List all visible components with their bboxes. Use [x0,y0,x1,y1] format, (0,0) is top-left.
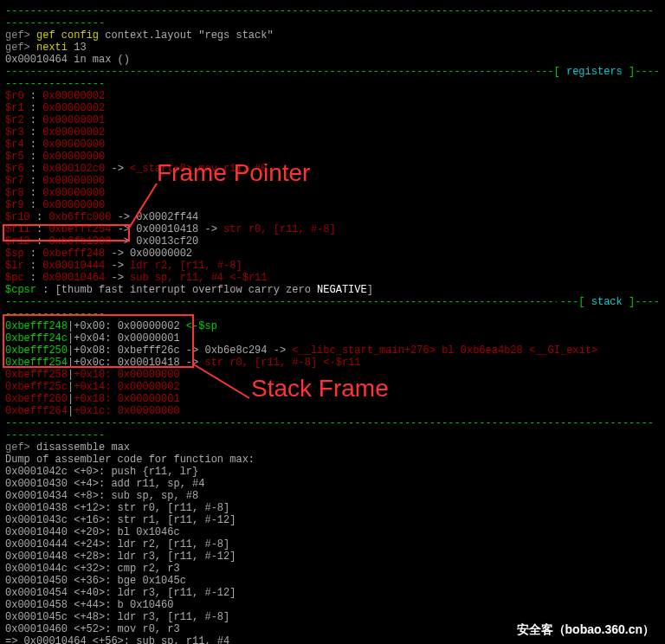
register-row: $r4 : 0x00000000 [5,138,660,151]
disasm-row: 0x0001044c <+32>: cmp r2, r3 [5,563,660,575]
disasm-row: 0x00010434 <+8>: sub sp, sp, #8 [5,490,660,502]
disasm-header: Dump of assembler code for function max: [5,454,660,466]
register-row: $r2 : 0x00000001 [5,114,660,126]
stack-row: 0xbefff254|+0x0c: 0x00010418 -> str r0, … [5,357,660,369]
disasm-row: 0x00010454 <+40>: ldr r3, [r11, #-12] [5,587,660,599]
disasm-row: 0x00010444 <+24>: ldr r2, [r11, #-8] [5,538,660,551]
separator: ----------------------------------------… [5,66,660,90]
register-row: $lr : 0x00010444 -> ldr r2, [r11, #-8] [5,260,660,272]
register-row: $sp : 0xbefff248 -> 0x00000002 [5,248,660,260]
stack-row: 0xbefff260|+0x18: 0x00000001 [5,393,660,405]
separator: ----------------------------------------… [5,417,660,441]
disasm-row: 0x0001042c <+0>: push {r11, lr} [5,466,660,478]
cmd-line[interactable]: gef> disassemble max [5,441,660,454]
stack-row: 0xbefff250|+0x08: 0xbefff26c -> 0xb6e8c2… [5,345,660,357]
stack-row: 0xbefff264|+0x1c: 0x00000000 [5,405,660,417]
disasm-row: 0x0001043c <+16>: str r1, [r11, #-12] [5,514,660,526]
register-row: $r11 : 0xbefff254 -> 0x00010418 -> str r… [5,223,660,235]
disasm-row: 0x00010458 <+44>: b 0x10460 [5,599,660,611]
disasm-row: 0x00010430 <+4>: add r11, sp, #4 [5,478,660,490]
stack-row: 0xbefff258|+0x10: 0x00000000 [5,369,660,381]
separator: ----------------------------------------… [5,5,660,29]
register-row: $r1 : 0x00000002 [5,102,660,114]
register-row: $r10 : 0xb6ffc000 -> 0x0002ff44 [5,211,660,223]
cmd-line[interactable]: gef> nexti 13 [5,42,660,54]
register-row: $r8 : 0x00000000 [5,187,660,199]
location-line: 0x00010464 in max () [5,54,660,66]
register-row: $r12 : 0xb6fb1000 -> 0x0013cf20 [5,235,660,248]
watermark: 安全客（bobao.360.cn） [517,623,655,635]
disasm-row: 0x0001045c <+48>: ldr r3, [r11, #-8] [5,611,660,623]
disasm-row: 0x00010440 <+20>: bl 0x1046c [5,526,660,538]
register-row: $r9 : 0x00000000 [5,199,660,211]
stack-row: 0xbefff248|+0x00: 0x00000002 <-$sp [5,320,660,332]
cmd-line[interactable]: gef> gef config context.layout "regs sta… [5,29,660,42]
disasm-row: 0x00010438 <+12>: str r0, [r11, #-8] [5,502,660,514]
register-row: $r7 : 0x00000000 [5,175,660,187]
register-row: $r3 : 0x00000002 [5,126,660,138]
disasm-row: 0x00010448 <+28>: ldr r3, [r11, #-12] [5,551,660,563]
register-row: $pc : 0x00010464 -> sub sp, r11, #4 <-$r… [5,272,660,284]
register-row: $r6 : 0x000102c0 -> <_start+0> mov r11, … [5,163,660,175]
separator: ----------------------------------------… [5,296,660,320]
cpsr-row: $cpsr : [thumb fast interrupt overflow c… [5,284,660,296]
register-row: $r5 : 0x00000000 [5,151,660,163]
disasm-row: => 0x00010464 <+56>: sub sp, r11, #4 [5,635,660,644]
stack-row: 0xbefff25c|+0x14: 0x00000002 [5,381,660,393]
register-row: $r0 : 0x00000002 [5,90,660,102]
disasm-row: 0x00010450 <+36>: bge 0x1045c [5,575,660,587]
stack-row: 0xbefff24c|+0x04: 0x00000001 [5,332,660,345]
